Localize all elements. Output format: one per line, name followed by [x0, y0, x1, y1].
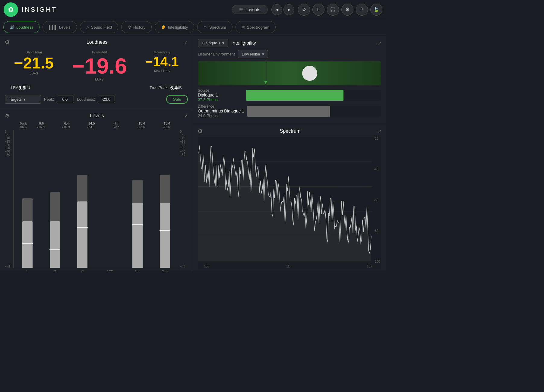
bar-group-r: R: [41, 130, 68, 268]
peak-field-label: Peak:: [44, 97, 54, 102]
short-term-value: −21.5: [14, 55, 54, 71]
levels-chart-area: 0−5−10−15−20 −30−40−50−Inf LRCLFELssRss …: [5, 130, 188, 268]
layouts-button[interactable]: ☰ Layouts: [232, 5, 268, 14]
lra-unit: LU: [25, 85, 30, 91]
channel-label-r: R: [54, 270, 56, 271]
dialogue-label: Dialogue 1: [202, 41, 220, 45]
bar-rms-rss: [160, 203, 170, 268]
integrated-value: −19.6: [72, 55, 127, 77]
y-axis-left: 0−5−10−15−20 −30−40−50−Inf: [5, 130, 13, 268]
listener-env-label: Listener Environment: [198, 52, 235, 56]
leaf-icon: 🍃: [370, 4, 382, 16]
bar-peak-r: [50, 192, 60, 221]
tab-soundfield[interactable]: △ Sound Field: [80, 21, 118, 33]
settings-button[interactable]: ⚙: [341, 4, 353, 16]
diff-type-label: Difference: [198, 104, 244, 109]
y-label-neg20: -20: [374, 137, 380, 140]
levels-gear-icon[interactable]: ⚙: [5, 112, 10, 119]
bar-group-l: L: [14, 130, 41, 268]
channel-col-lss: -15.4 -23.6: [129, 122, 154, 129]
tab-loudness[interactable]: 🔊 Loudness: [3, 21, 40, 33]
reload-button[interactable]: ↺: [298, 4, 310, 16]
rms-row-label: RMS: [20, 125, 28, 129]
bar-group-lfe: LFE: [96, 130, 124, 268]
peak-input[interactable]: [56, 96, 74, 103]
source-type-label: Source: [198, 88, 243, 93]
tab-history[interactable]: ⏱ History: [121, 21, 152, 33]
true-peak-unit: dB: [177, 85, 182, 91]
short-term-meter: Short Term −21.5 LUFS: [14, 50, 54, 75]
diff-phons: 24.9 Phons: [198, 113, 244, 118]
loudness-title: Loudness: [10, 40, 184, 45]
loudness-expand-icon[interactable]: ⤢: [184, 40, 188, 45]
spectrum-chart: -20 -40 -60 -80 -100 100 1k 10k: [198, 137, 381, 269]
sti-meter: [198, 61, 381, 85]
x-label-1k: 1k: [286, 264, 290, 268]
bar-peak-line-r: [49, 249, 60, 250]
bar-rms-lss: [132, 203, 143, 268]
lra-label: LRA: [11, 85, 18, 91]
loudness-field-group: Loudness:: [77, 96, 115, 103]
x-label-100: 100: [204, 264, 209, 268]
peak-row-label: Peak: [20, 122, 28, 125]
bar-peak-lss: [132, 180, 143, 203]
momentary-label: Momentary: [145, 50, 179, 54]
intelligibility-title: Intelligibility: [231, 40, 256, 46]
x-label-10k: 10k: [367, 264, 372, 268]
diff-info: Difference Output minus Dialogue 1 24.9 …: [198, 104, 244, 118]
spectrum-section: ⚙ Spectrum ⤢ -20 -40 -60 -80 -100 100 1k…: [193, 124, 386, 271]
dialogue-dropdown[interactable]: Dialogue 1 ▾: [198, 39, 228, 47]
peak-field-group: Peak:: [44, 96, 74, 103]
intel-expand-icon[interactable]: ⤢: [378, 41, 381, 46]
spectrum-tab-icon: 〜: [204, 24, 207, 30]
integrated-label: Integrated: [72, 50, 127, 54]
spectrum-expand-icon[interactable]: ⤢: [378, 129, 381, 134]
gate-button[interactable]: Gate: [166, 95, 188, 104]
left-panel: ⚙ Loudness ⤢ Short Term −21.5 LUFS Integ…: [0, 35, 193, 271]
targets-label: Targets: [9, 97, 22, 102]
targets-dropdown[interactable]: Targets ▾: [5, 95, 41, 104]
levels-title: Levels: [10, 113, 184, 119]
spectrum-gear-icon[interactable]: ⚙: [198, 128, 203, 134]
pause-button[interactable]: ⏸: [312, 4, 324, 16]
app-title: INSIGHT: [22, 6, 57, 14]
tab-levels[interactable]: ▌▌▌ Levels: [43, 21, 77, 33]
rms-val-r: -16.9: [53, 125, 78, 129]
bar-rms-r: [50, 221, 60, 268]
help-button[interactable]: ?: [356, 4, 368, 16]
loudness-header: ⚙ Loudness ⤢: [5, 39, 188, 46]
integrated-meter: Integrated −19.6 LUFS: [72, 50, 127, 81]
loudness-field-label: Loudness:: [77, 97, 95, 102]
levels-expand-icon[interactable]: ⤢: [184, 113, 188, 118]
channel-col-l: -8.6 -16.9: [28, 122, 53, 129]
nav-forward-button[interactable]: ▶: [283, 4, 294, 15]
channel-label-l: L: [27, 270, 28, 271]
rms-val-rss: -23.6: [154, 125, 179, 129]
tab-intelligibility[interactable]: 👂 Intelligibility: [155, 21, 194, 33]
spectrum-header: ⚙ Spectrum ⤢: [198, 128, 381, 134]
tab-spectrum[interactable]: 〜 Spectrum: [197, 21, 232, 33]
loudness-input[interactable]: [97, 96, 115, 103]
source-name: Dialogue 1: [198, 93, 243, 97]
loudness-tab-icon: 🔊: [10, 25, 14, 30]
headphone-button[interactable]: 🎧: [327, 4, 339, 16]
true-peak-label: True Peak: [150, 85, 168, 91]
levels-section: ⚙ Levels ⤢ Peak RMS -8.6 -16.9 -6.4 -16.…: [0, 109, 193, 271]
bar-rms-l: [22, 221, 33, 268]
y-label-neg60: -60: [374, 198, 380, 202]
bar-peak-c: [77, 175, 87, 201]
sti-ball-indicator: [302, 66, 317, 81]
loudness-controls: Targets ▾ Peak: Loudness: Gate: [5, 93, 188, 105]
difference-row: Difference Output minus Dialogue 1 24.9 …: [198, 104, 381, 118]
levels-header: ⚙ Levels ⤢: [5, 112, 188, 119]
targets-chevron-icon: ▾: [24, 97, 26, 102]
loudness-gear-icon[interactable]: ⚙: [5, 39, 10, 46]
nav-back-button[interactable]: ◀: [271, 4, 282, 15]
listener-env-dropdown[interactable]: Low Noise ▾: [238, 50, 268, 58]
source-bar-container: [246, 90, 381, 101]
tab-spectrogram[interactable]: ≋ Spectrogram: [236, 21, 276, 33]
spectrum-tab-label: Spectrum: [209, 25, 226, 30]
app-logo: ✿: [4, 2, 18, 17]
spectrum-x-labels: 100 1k 10k: [204, 264, 372, 268]
source-row: Source Dialogue 1 27.3 Phons: [198, 88, 381, 102]
